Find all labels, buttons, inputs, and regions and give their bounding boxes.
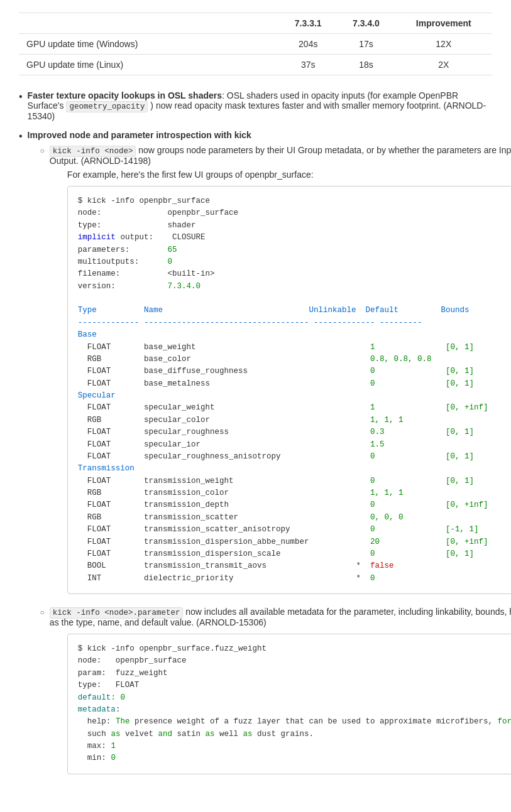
code-token: FLOAT specular_roughness_anisotropy [78, 452, 370, 461]
col-header-7331: 7.3.3.1 [279, 13, 337, 34]
code-token: 7.3.4.0 [167, 282, 201, 291]
code-token: RGB transmission_scatter [78, 513, 370, 522]
table-cell: GPU update time (Linux) [19, 55, 279, 75]
code-token: [0, 1] [446, 343, 474, 352]
code-token: $ kick -info openpbr_surface [78, 197, 210, 205]
code-token: and [158, 730, 172, 739]
code-token: satin [172, 730, 206, 739]
code-token: filename: <built-in> [78, 269, 215, 278]
faster-texture-code: geometry_opacity [66, 101, 148, 112]
code-token: Type Name Unlinkable Default Bounds [78, 306, 470, 315]
code-token: false [370, 561, 394, 570]
code-token: [0, 1] [446, 477, 474, 485]
code-token [375, 501, 446, 509]
code-token: [0, 1] [446, 428, 474, 436]
col-header-improvement: Improvement [395, 13, 492, 34]
table-cell: 37s [279, 55, 337, 75]
code-token: metadata [78, 705, 116, 714]
table-cell: 18s [337, 55, 395, 75]
table-row: GPU update time (Linux)37s18s2X [19, 55, 492, 75]
code-token: type: shader [78, 221, 196, 230]
code-token: dust grains. [252, 730, 314, 739]
improved-node-content: Improved node and parameter introspectio… [28, 130, 511, 787]
code-token: RGB specular_color [78, 416, 370, 425]
subitem-kick-info-param: kick -info <node>.parameter now includes… [28, 607, 511, 781]
subitem-kick-info-node-content: kick -info <node> now groups node parame… [50, 145, 511, 600]
code-token: well [214, 730, 243, 739]
code-token: 0.8, 0.8, 0.8 [370, 355, 432, 364]
code-token [375, 367, 446, 376]
code-token: multioutputs: [78, 257, 140, 266]
code-token: implicit [78, 233, 116, 242]
bullet-faster-texture: Faster texture opacity lookups in OSL sh… [19, 90, 492, 121]
code-token [375, 403, 446, 412]
table-cell: GPU update time (Windows) [19, 34, 279, 55]
code-token [380, 538, 446, 546]
code-token [375, 379, 446, 388]
code-token: max: [78, 742, 111, 750]
code-token: : 0 [111, 693, 125, 702]
code-token: FLOAT base_weight [78, 343, 370, 352]
code-token: as [111, 730, 120, 739]
code-token: velvet [120, 730, 158, 739]
code-token: [0, 1] [446, 367, 474, 376]
col-header-feature [19, 13, 279, 34]
code-block-openpbr: $ kick -info openpbr_surface node: openp… [67, 186, 511, 594]
example-text: For example, here's the first few UI gro… [67, 170, 511, 180]
table-cell: 204s [279, 34, 337, 55]
code-token [375, 549, 446, 558]
code-token: ------------- --------------------------… [78, 318, 422, 327]
code-token: 20 [370, 538, 380, 546]
code-token: [0, 1] [446, 452, 474, 461]
code-token: FLOAT transmission_scatter_anisotropy [78, 525, 370, 534]
code-token [375, 452, 446, 461]
code-token: output: CLOSURE [116, 233, 206, 242]
code-token: Transmission [78, 464, 135, 473]
code-token [384, 428, 446, 436]
code-token: version: [78, 282, 168, 291]
feature-list: Faster texture opacity lookups in OSL sh… [19, 90, 492, 787]
faster-texture-bold: Faster texture opacity lookups in OSL sh… [28, 90, 222, 100]
code-token: as [205, 730, 214, 739]
code-token: node: openpbr_surface [78, 208, 238, 217]
code-token: FLOAT specular_weight [78, 403, 370, 412]
code-token: The [116, 717, 130, 726]
code-token: 0, 0, 0 [370, 513, 404, 522]
code-token: FLOAT transmission_depth [78, 501, 370, 509]
code-token: 1, 1, 1 [370, 489, 404, 497]
subitem-kick-info-node: kick -info <node> now groups node parame… [28, 145, 511, 600]
code-token: as [243, 730, 252, 739]
col-header-7340: 7.3.4.0 [337, 13, 395, 34]
code-token: Base [78, 330, 97, 339]
code-token [375, 477, 446, 485]
code-token: 0 [139, 257, 172, 266]
improved-node-bold: Improved node and parameter introspectio… [28, 130, 251, 140]
code-token: 0.3 [370, 428, 385, 436]
code-token: FLOAT transmission_dispersion_abbe_numbe… [78, 538, 370, 546]
code-token: [0, +inf] [446, 538, 488, 546]
code-block-fuzz: $ kick -info openpbr_surface.fuzz_weight… [67, 634, 511, 774]
code-token: 1, 1, 1 [370, 416, 404, 425]
code-token: 0 [370, 574, 375, 583]
code-token [375, 525, 446, 534]
code-token: [0, +inf] [446, 403, 488, 412]
code-token: help: [78, 717, 116, 726]
code-token: RGB transmission_color [78, 489, 370, 497]
code-token: node: openpbr_surface [78, 656, 187, 665]
code-token: such [78, 730, 111, 739]
code-token: RGB base_color [78, 355, 370, 364]
code-token: 1 [111, 742, 116, 750]
code-token: default [78, 693, 111, 702]
code-token: FLOAT transmission_weight [78, 477, 370, 485]
code-token [375, 343, 446, 352]
code-token: [0, 1] [446, 549, 474, 558]
code-token: param: fuzz_weight [78, 669, 168, 678]
code-token: 0 [111, 754, 116, 762]
code-token: FLOAT transmission_dispersion_scale [78, 549, 370, 558]
code-token: FLOAT specular_roughness [78, 428, 370, 436]
code-token: BOOL transmission_transmit_aovs [78, 561, 356, 570]
subitem-kick-info-param-content: kick -info <node>.parameter now includes… [50, 607, 511, 781]
bullet-improved-node: Improved node and parameter introspectio… [19, 130, 492, 787]
code-token: type: FLOAT [78, 681, 140, 690]
code-token: FLOAT base_metalness [78, 379, 370, 388]
